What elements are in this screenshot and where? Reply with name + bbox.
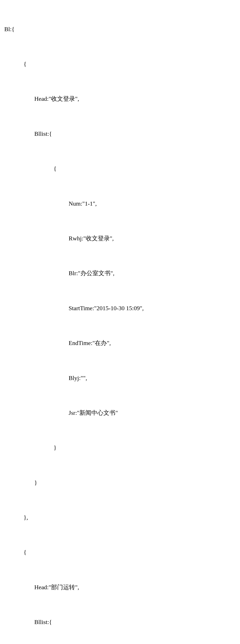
code-line: }, (4, 510, 236, 526)
code-line: } (4, 440, 236, 456)
punct: ", (93, 200, 97, 207)
code-line: Blyj:"", (4, 370, 236, 386)
rwhj-val: 收文登录 (86, 235, 110, 242)
punct: :" (92, 305, 96, 312)
head-val: 收文登录 (51, 96, 75, 102)
punct: :" (91, 340, 95, 346)
punct: :" (81, 200, 85, 207)
code-line: Jsr:"新闻中心文书" (4, 405, 236, 421)
list-key: Bllist (34, 619, 47, 625)
punct: ", (75, 584, 79, 590)
starttime-val: 2015-10-30 15:09 (96, 305, 140, 312)
endtime-key: EndTime (69, 340, 91, 346)
code-line: Bllist:{ (4, 614, 236, 630)
code-line: { (4, 56, 236, 72)
num-key: Num (69, 200, 81, 207)
code-line: Blr:"办公室文书", (4, 266, 236, 281)
punct: :" (76, 270, 80, 276)
punct: :" (79, 375, 83, 381)
num-val: 1-1 (85, 200, 93, 207)
head-key: Head (34, 584, 47, 590)
punct: } (34, 479, 37, 486)
blr-key: Blr (69, 270, 76, 276)
punct: ", (140, 305, 144, 312)
code-line: Bllist:{ (4, 126, 236, 142)
punct: :" (47, 96, 51, 102)
blyj-key: Blyj (69, 375, 79, 381)
rwhj-key: Rwhj (69, 235, 82, 242)
punct: ", (110, 235, 114, 242)
punct: " (115, 410, 118, 416)
endtime-val: 在办 (95, 340, 107, 346)
jsr-key: Jsr (69, 410, 75, 416)
root-key: Bl (4, 26, 10, 32)
punct: }, (23, 514, 28, 521)
code-line: EndTime:"在办", (4, 335, 236, 351)
code-line: StartTime:"2015-10-30 15:09", (4, 300, 236, 316)
head-key: Head (34, 96, 47, 102)
list-key: Bllist (34, 130, 47, 137)
punct: { (23, 60, 26, 67)
punct: :{ (47, 619, 52, 625)
code-line: Bl:{ (4, 22, 236, 37)
blr-val: 办公室文书 (80, 270, 110, 276)
punct: } (54, 444, 56, 451)
head-val: 部门运转 (51, 584, 75, 590)
code-line: } (4, 475, 236, 491)
punct: ", (107, 340, 111, 346)
starttime-key: StartTime (69, 305, 92, 312)
punct: { (54, 165, 56, 172)
punct: ", (75, 96, 79, 102)
punct: ", (83, 375, 87, 381)
code-line: Rwhj:"收文登录", (4, 231, 236, 246)
punct: :" (82, 235, 86, 242)
punct: :{ (10, 26, 14, 32)
punct: :{ (47, 130, 52, 137)
punct: { (23, 549, 26, 556)
code-block: Bl:{ { Head:"收文登录", Bllist:{ { Num:"1-1"… (0, 0, 240, 644)
punct: ", (110, 270, 114, 276)
code-line: Num:"1-1", (4, 196, 236, 212)
code-line: { (4, 161, 236, 176)
code-line: Head:"收文登录", (4, 91, 236, 107)
code-line: { (4, 544, 236, 560)
jsr-val: 新闻中心文书 (79, 410, 115, 416)
code-line: Head:"部门运转", (4, 580, 236, 595)
punct: :" (47, 584, 51, 590)
punct: :" (75, 410, 79, 416)
